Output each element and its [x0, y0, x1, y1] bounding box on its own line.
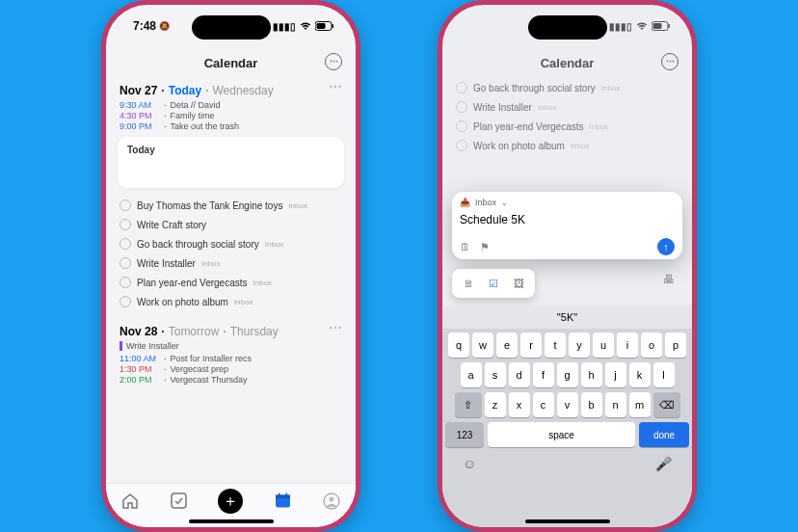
key-x[interactable]: x — [509, 392, 530, 417]
tab-profile-icon[interactable] — [322, 492, 341, 511]
key-q[interactable]: q — [448, 332, 469, 358]
printer-icon[interactable]: 🖶 — [663, 273, 675, 286]
quick-add-card[interactable]: Today — [118, 137, 344, 188]
task-row[interactable]: Go back through social storyInbox — [118, 234, 344, 253]
key-b[interactable]: b — [581, 392, 602, 417]
checkbox-icon[interactable] — [456, 140, 467, 151]
key-o[interactable]: o — [641, 332, 662, 358]
event-title: Family time — [171, 111, 215, 120]
key-u[interactable]: u — [593, 332, 614, 358]
key-row-3: ⇧ z x c v b n m ⌫ — [445, 392, 689, 417]
event-title: Vergecast Thursday — [171, 375, 248, 385]
key-p[interactable]: p — [665, 332, 686, 358]
date-tool-icon[interactable]: 🗓 — [460, 241, 470, 253]
key-w[interactable]: w — [472, 332, 493, 358]
key-y[interactable]: y — [569, 332, 590, 358]
checkbox-icon[interactable] — [120, 277, 131, 288]
checkbox-icon[interactable] — [456, 120, 467, 132]
key-k[interactable]: k — [629, 362, 651, 387]
tab-home-icon[interactable] — [120, 492, 140, 511]
main-body-right: Go back through social storyInbox Write … — [442, 78, 692, 527]
key-m[interactable]: m — [629, 392, 651, 417]
mic-icon[interactable]: 🎤 — [655, 456, 672, 471]
task-row[interactable]: Write InstallerInbox — [454, 97, 680, 117]
task-row[interactable]: Write InstallerInbox — [118, 253, 344, 273]
emoji-icon[interactable]: ☺ — [463, 456, 476, 471]
key-h[interactable]: h — [581, 362, 602, 387]
event-title: Deta // David — [171, 100, 221, 110]
event-row[interactable]: 9:30 AM·Deta // David — [120, 100, 342, 110]
more-menu-icon[interactable]: ⋯ — [325, 53, 342, 70]
key-z[interactable]: z — [485, 392, 506, 417]
event-time: 1:30 PM — [120, 364, 160, 374]
note-type-icon[interactable]: 🗎 — [456, 274, 481, 293]
event-time: 2:00 PM — [120, 375, 160, 385]
main-scroll[interactable]: Nov 27· Today· Wednesday ⋯ 9:30 AM·Deta … — [106, 78, 356, 483]
key-j[interactable]: j — [605, 362, 626, 387]
task-row[interactable]: Go back through social storyInbox — [454, 78, 680, 97]
checkbox-icon[interactable] — [456, 82, 467, 93]
task-row[interactable]: Work on photo albumInbox — [454, 136, 680, 155]
bg-task-list: Go back through social storyInbox Write … — [442, 78, 692, 155]
date-more-icon[interactable]: ⋯ — [329, 84, 342, 90]
key-t[interactable]: t — [545, 332, 566, 358]
key-e[interactable]: e — [496, 332, 518, 358]
checkbox-icon[interactable] — [120, 219, 131, 230]
key-c[interactable]: c — [533, 392, 554, 417]
key-v[interactable]: v — [557, 392, 578, 417]
key-d[interactable]: d — [509, 362, 530, 387]
event-row[interactable]: 11:00 AM·Post for Installer recs — [120, 354, 342, 363]
key-a[interactable]: a — [461, 362, 482, 387]
keyboard-suggestion-bar[interactable]: "5K" — [442, 306, 692, 329]
flag-tool-icon[interactable]: ⚑ — [480, 241, 490, 253]
event-title: Write Installer — [126, 341, 179, 351]
event-type-icon[interactable]: 🖼 — [506, 274, 531, 293]
key-r[interactable]: r — [520, 332, 542, 358]
key-space[interactable]: space — [488, 422, 635, 447]
event-row[interactable]: 2:00 PM·Vergecast Thursday — [120, 375, 342, 385]
keyboard-bottom-row: ☺ 🎤 — [445, 452, 689, 471]
task-row[interactable]: Write Craft story — [118, 215, 344, 234]
key-i[interactable]: i — [617, 332, 638, 358]
allday-event[interactable]: Write Installer — [120, 341, 342, 351]
key-l[interactable]: l — [653, 362, 675, 387]
date-label: Today — [169, 84, 201, 97]
silent-icon: 🔕 — [159, 21, 170, 31]
more-menu-icon[interactable]: ⋯ — [661, 53, 678, 70]
home-indicator[interactable] — [525, 519, 610, 523]
home-indicator[interactable] — [189, 519, 274, 523]
key-s[interactable]: s — [485, 362, 506, 387]
compose-list-selector[interactable]: 📥 Inbox ⌄ — [460, 198, 675, 207]
key-123[interactable]: 123 — [445, 422, 484, 447]
key-done[interactable]: done — [639, 422, 689, 447]
wifi-icon — [636, 22, 648, 31]
checkbox-icon[interactable] — [120, 238, 131, 250]
task-type-icon[interactable]: ☑ — [481, 274, 506, 293]
status-right: ▮▮▮▯ — [273, 21, 334, 32]
submit-button[interactable]: ↑ — [657, 238, 675, 255]
key-n[interactable]: n — [605, 392, 626, 417]
task-row[interactable]: Plan year-end VergecastsInbox — [454, 117, 680, 136]
tab-calendar-icon[interactable] — [273, 492, 292, 511]
tab-tasks-icon[interactable] — [170, 492, 189, 511]
checkbox-icon[interactable] — [456, 101, 467, 113]
date-more-icon[interactable]: ⋯ — [329, 325, 342, 331]
key-f[interactable]: f — [533, 362, 554, 387]
compose-input[interactable]: Schedule 5K — [460, 207, 675, 236]
event-row[interactable]: 9:00 PM·Take out the trash — [120, 121, 342, 131]
key-g[interactable]: g — [557, 362, 578, 387]
task-row[interactable]: Work on photo albumInbox — [118, 292, 344, 311]
checkbox-icon[interactable] — [120, 200, 131, 211]
date-header-tomorrow: Nov 28· Tomorrow· Thursday ⋯ — [120, 325, 342, 338]
task-row[interactable]: Plan year-end VergecastsInbox — [118, 273, 344, 292]
key-shift[interactable]: ⇧ — [455, 392, 482, 417]
svg-rect-6 — [279, 493, 280, 496]
checkbox-icon[interactable] — [120, 296, 131, 307]
task-row[interactable]: Buy Thomas the Tank Engine toysInbox — [118, 196, 344, 215]
task-title: Go back through social story — [473, 83, 596, 93]
key-backspace[interactable]: ⌫ — [653, 392, 680, 417]
event-row[interactable]: 4:30 PM·Family time — [120, 111, 342, 120]
event-row[interactable]: 1:30 PM·Vergecast prep — [120, 364, 342, 374]
checkbox-icon[interactable] — [120, 257, 131, 269]
tab-add-button[interactable]: ＋ — [218, 489, 243, 514]
